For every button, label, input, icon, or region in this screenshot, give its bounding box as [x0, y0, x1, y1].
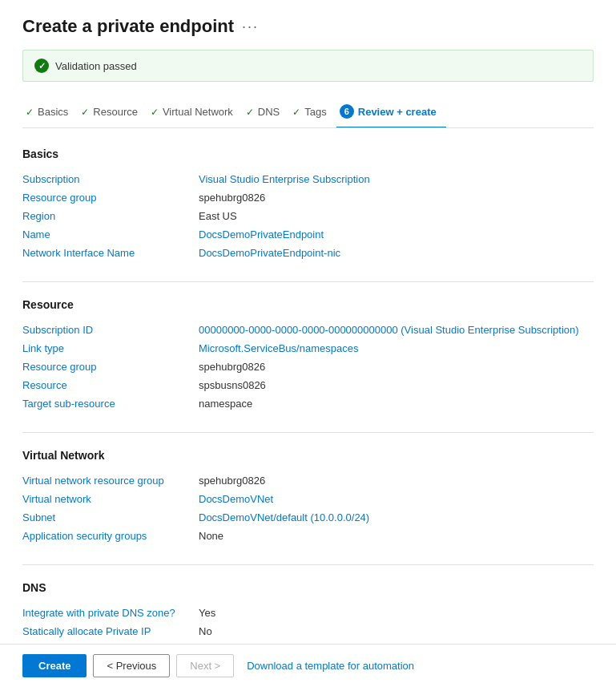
check-icon-resource: ✓: [81, 107, 89, 118]
label-name: Name: [22, 225, 199, 244]
value-vnet-rg: spehubrg0826: [199, 471, 594, 490]
label-asg: Application security groups: [22, 527, 199, 545]
label-subscription: Subscription: [22, 170, 199, 188]
label-subscription-id: Subscription ID: [22, 321, 199, 339]
page-title: Create a private endpoint: [22, 16, 234, 37]
label-link-type: Link type: [22, 339, 199, 358]
check-icon-basics: ✓: [26, 107, 34, 118]
validation-banner: Validation passed: [22, 50, 594, 82]
label-integrate-dns: Integrate with private DNS zone?: [22, 604, 199, 622]
label-vnet: Virtual network: [22, 490, 199, 508]
table-row: Subscription Visual Studio Enterprise Su…: [22, 170, 594, 188]
label-region: Region: [22, 207, 199, 225]
table-row: Application security groups None: [22, 527, 594, 545]
table-row: Region East US: [22, 207, 594, 225]
label-resource: Resource: [22, 376, 199, 394]
table-row: Integrate with private DNS zone? Yes: [22, 604, 594, 622]
value-static-ip: No: [199, 622, 594, 641]
value-region: East US: [199, 207, 594, 225]
next-button: Next >: [176, 654, 234, 677]
section-title-resource: Resource: [22, 298, 594, 311]
table-row: Resource group spehubrg0826: [22, 358, 594, 376]
resource-table: Subscription ID 00000000-0000-0000-0000-…: [22, 321, 594, 413]
nav-label-dns: DNS: [258, 106, 280, 118]
label-resource-group: Resource group: [22, 188, 199, 207]
label-resource-group-r: Resource group: [22, 358, 199, 376]
value-link-type: Microsoft.ServiceBus/namespaces: [199, 342, 358, 354]
bottom-bar: Create < Previous Next > Download a temp…: [0, 644, 616, 687]
label-nic-name: Network Interface Name: [22, 244, 199, 262]
table-row: Subnet DocsDemoVNet/default (10.0.0.0/24…: [22, 508, 594, 527]
value-resource-group: spehubrg0826: [199, 188, 594, 207]
nav-step-review-create[interactable]: 6 Review + create: [336, 98, 446, 128]
nav-label-resource: Resource: [93, 106, 138, 118]
table-row: Subscription ID 00000000-0000-0000-0000-…: [22, 321, 594, 339]
label-vnet-rg: Virtual network resource group: [22, 471, 199, 490]
table-row: Target sub-resource namespace: [22, 394, 594, 413]
nav-label-basics: Basics: [38, 106, 68, 118]
check-icon-tags: ✓: [292, 107, 300, 118]
table-row: Virtual network resource group spehubrg0…: [22, 471, 594, 490]
table-row: Network Interface Name DocsDemoPrivateEn…: [22, 244, 594, 262]
value-resource-group-r: spehubrg0826: [199, 358, 594, 376]
vnet-table: Virtual network resource group spehubrg0…: [22, 471, 594, 545]
label-static-ip: Statically allocate Private IP: [22, 622, 199, 641]
step-badge-review: 6: [340, 104, 354, 119]
section-resource: Resource Subscription ID 00000000-0000-0…: [22, 298, 594, 413]
nav-step-dns[interactable]: ✓ DNS: [243, 99, 289, 126]
nav-step-tags[interactable]: ✓ Tags: [289, 99, 336, 126]
value-vnet: DocsDemoVNet: [199, 493, 273, 505]
value-name: DocsDemoPrivateEndpoint: [199, 228, 324, 240]
previous-button[interactable]: < Previous: [93, 654, 170, 677]
value-subscription: Visual Studio Enterprise Subscription: [199, 173, 370, 185]
section-title-dns: DNS: [22, 581, 594, 594]
value-nic-name: DocsDemoPrivateEndpoint-nic: [199, 247, 340, 259]
value-asg: None: [199, 527, 594, 545]
check-icon-vnet: ✓: [151, 107, 159, 118]
table-row: Resource group spehubrg0826: [22, 188, 594, 207]
nav-step-resource[interactable]: ✓ Resource: [78, 99, 147, 126]
basics-table: Subscription Visual Studio Enterprise Su…: [22, 170, 594, 262]
value-resource: spsbusns0826: [199, 376, 594, 394]
divider-2: [22, 432, 594, 433]
table-row: Statically allocate Private IP No: [22, 622, 594, 641]
value-subnet: DocsDemoVNet/default (10.0.0.0/24): [199, 511, 369, 523]
section-basics: Basics Subscription Visual Studio Enterp…: [22, 148, 594, 262]
table-row: Resource spsbusns0826: [22, 376, 594, 394]
nav-label-tags: Tags: [304, 106, 326, 118]
value-target-subresource: namespace: [199, 394, 594, 413]
page-title-ellipsis: ···: [242, 18, 259, 35]
divider-3: [22, 564, 594, 565]
create-button[interactable]: Create: [22, 654, 87, 677]
value-subscription-id: 00000000-0000-0000-0000-000000000000 (Vi…: [199, 324, 579, 336]
check-icon-dns: ✓: [246, 107, 254, 118]
validation-text: Validation passed: [55, 60, 137, 72]
breadcrumb-nav: ✓ Basics ✓ Resource ✓ Virtual Network ✓ …: [22, 98, 594, 128]
table-row: Virtual network DocsDemoVNet: [22, 490, 594, 508]
divider-1: [22, 281, 594, 282]
label-subnet: Subnet: [22, 508, 199, 527]
table-row: Name DocsDemoPrivateEndpoint: [22, 225, 594, 244]
nav-label-review-create: Review + create: [358, 106, 437, 118]
section-title-basics: Basics: [22, 148, 594, 160]
validation-icon: [34, 59, 49, 73]
download-template-link[interactable]: Download a template for automation: [247, 660, 414, 672]
table-row: Link type Microsoft.ServiceBus/namespace…: [22, 339, 594, 358]
dns-table: Integrate with private DNS zone? Yes Sta…: [22, 604, 594, 641]
nav-step-basics[interactable]: ✓ Basics: [22, 99, 78, 126]
nav-label-vnet: Virtual Network: [163, 106, 233, 118]
section-title-vnet: Virtual Network: [22, 449, 594, 462]
label-target-subresource: Target sub-resource: [22, 394, 199, 413]
value-integrate-dns: Yes: [199, 604, 594, 622]
section-dns: DNS Integrate with private DNS zone? Yes…: [22, 581, 594, 641]
section-virtual-network: Virtual Network Virtual network resource…: [22, 449, 594, 545]
nav-step-virtual-network[interactable]: ✓ Virtual Network: [147, 99, 243, 126]
